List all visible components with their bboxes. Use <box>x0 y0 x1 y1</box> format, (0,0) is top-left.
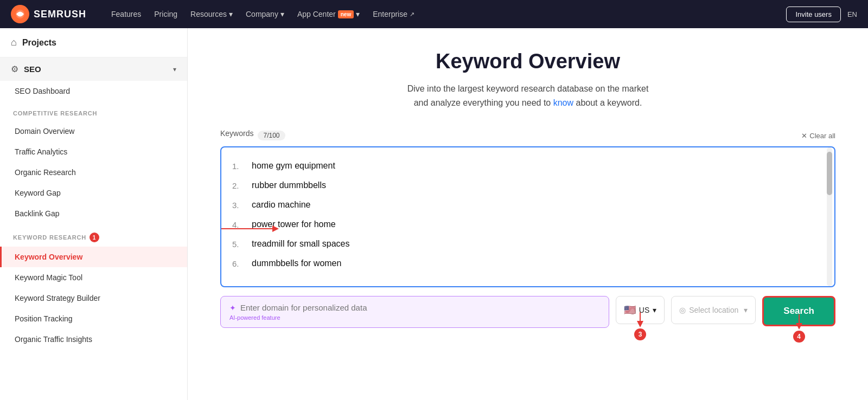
list-item: 1. home gym equipment <box>232 156 824 176</box>
location-icon: ◎ <box>679 306 686 314</box>
keyword-research-label: KEYWORD RESEARCH 1 <box>0 224 187 247</box>
annotation-4-badge: 4 <box>793 331 805 343</box>
seo-icon: ⚙ <box>11 64 18 74</box>
top-navigation: SEMRUSH Features Pricing Resources ▾ Com… <box>0 0 868 28</box>
list-item: 3. cardio machine <box>232 195 824 215</box>
new-badge: new <box>338 10 354 18</box>
sidebar-item-keyword-overview[interactable]: Keyword Overview <box>0 247 187 267</box>
domain-input-wrap[interactable]: ✦ AI-powered feature <box>220 296 609 328</box>
competitive-research-label: COMPETITIVE RESEARCH <box>0 101 187 121</box>
chevron-down-icon: ▾ <box>173 66 176 73</box>
scrollbar-track[interactable] <box>827 147 832 286</box>
nav-features[interactable]: Features <box>106 7 146 22</box>
list-item: 2. rubber dummbbells <box>232 176 824 195</box>
keywords-label: Keywords <box>220 129 253 138</box>
sidebar-item-organic-traffic-insights[interactable]: Organic Traffic Insights <box>0 329 187 350</box>
projects-label: Projects <box>22 38 56 48</box>
sidebar-item-keyword-gap[interactable]: Keyword Gap <box>0 183 187 203</box>
clear-all-button[interactable]: ✕ Clear all <box>801 132 835 140</box>
chevron-down-icon: ▾ <box>280 10 284 18</box>
list-item: 4. power tower for home <box>232 215 824 234</box>
keyword-research-badge: 1 <box>90 233 99 242</box>
list-item: 6. dummbbells for women <box>232 254 824 273</box>
sidebar-item-position-tracking[interactable]: Position Tracking <box>0 308 187 329</box>
app-layout: ⌂ Projects ⚙ SEO ▾ SEO Dashboard COMPETI… <box>0 0 868 400</box>
annotation-3-container: 3 <box>632 312 648 340</box>
location-selector[interactable]: ◎ Select location ▾ <box>671 296 756 324</box>
sidebar-projects[interactable]: ⌂ Projects <box>0 28 187 57</box>
scrollbar-thumb[interactable] <box>827 152 832 195</box>
main-content: Keyword Overview Dive into the largest k… <box>188 28 868 400</box>
external-link-icon: ↗ <box>410 11 414 18</box>
sidebar-item-organic-research[interactable]: Organic Research <box>0 162 187 183</box>
logo[interactable]: SEMRUSH <box>11 5 86 23</box>
sidebar-item-keyword-magic-tool[interactable]: Keyword Magic Tool <box>0 267 187 288</box>
sidebar: ⌂ Projects ⚙ SEO ▾ SEO Dashboard COMPETI… <box>0 28 188 400</box>
seo-section[interactable]: ⚙ SEO ▾ <box>0 57 187 81</box>
annotation-2-arrow <box>220 218 281 240</box>
keywords-list: 1. home gym equipment 2. rubber dummbbel… <box>221 156 834 278</box>
chevron-down-icon: ▾ <box>356 10 360 18</box>
logo-text: SEMRUSH <box>34 9 86 20</box>
chevron-down-icon: ▾ <box>653 306 656 314</box>
domain-input[interactable] <box>240 303 600 312</box>
keywords-count: 7/100 <box>258 131 285 140</box>
nav-right: Invite users EN <box>786 7 857 22</box>
keywords-header: Keywords 7/100 ✕ Clear all <box>220 129 835 142</box>
invite-users-button[interactable]: Invite users <box>786 7 840 22</box>
nav-company[interactable]: Company ▾ <box>240 7 290 22</box>
nav-resources[interactable]: Resources ▾ <box>185 7 238 22</box>
ai-powered-label: AI-powered feature <box>229 314 600 321</box>
location-placeholder: Select location <box>689 306 738 314</box>
chevron-down-icon: ▾ <box>229 10 233 18</box>
home-icon: ⌂ <box>11 37 17 48</box>
seo-label: SEO <box>24 64 41 74</box>
sidebar-item-seo-dashboard[interactable]: SEO Dashboard <box>0 81 187 101</box>
nav-pricing[interactable]: Pricing <box>149 7 183 22</box>
page-title: Keyword Overview <box>220 50 835 73</box>
sidebar-item-traffic-analytics[interactable]: Traffic Analytics <box>0 141 187 162</box>
bottom-row: ✦ AI-powered feature 🇺🇸 US ▾ <box>220 296 835 328</box>
nav-links: Features Pricing Resources ▾ Company ▾ A… <box>106 7 420 22</box>
nav-appcenter[interactable]: App Center new ▾ <box>292 7 365 22</box>
chevron-down-icon: ▾ <box>744 306 748 314</box>
page-subtitle: Dive into the largest keyword research d… <box>220 82 835 109</box>
annotation-3-badge: 3 <box>634 328 646 340</box>
ai-star-icon: ✦ <box>229 304 236 312</box>
list-item: 7. home dumbbell set <box>232 273 824 278</box>
annotation-3-arrow <box>632 312 648 328</box>
keywords-box: 1. home gym equipment 2. rubber dummbbel… <box>220 146 835 287</box>
sidebar-item-backlink-gap[interactable]: Backlink Gap <box>0 203 187 224</box>
sidebar-item-keyword-strategy-builder[interactable]: Keyword Strategy Builder <box>0 288 187 308</box>
nav-enterprise[interactable]: Enterprise ↗ <box>367 7 420 22</box>
sidebar-item-domain-overview[interactable]: Domain Overview <box>0 121 187 141</box>
list-item: 5. treadmill for small spaces <box>232 234 824 254</box>
annotation-4-arrow <box>791 314 807 331</box>
annotation-4-container: 4 <box>791 314 807 343</box>
language-selector[interactable]: EN <box>847 10 857 18</box>
